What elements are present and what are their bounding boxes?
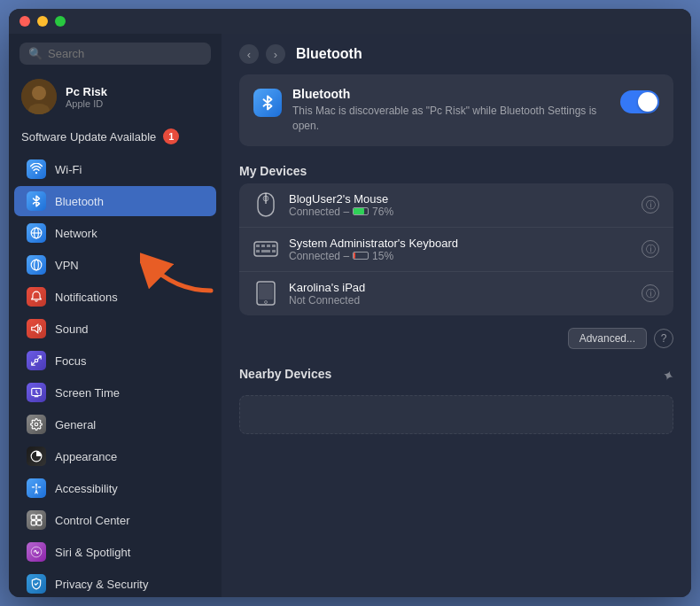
traffic-lights [19,16,66,27]
device-list: BlogUser2's Mouse Connected – [239,183,673,315]
main-window: 🔍 Pc Risk Apple ID So [9,9,691,597]
detail-header: ‹ › Bluetooth [222,34,691,74]
device-info-btn-mouse[interactable]: ⓘ [642,196,659,214]
bluetooth-toggle[interactable] [620,90,659,113]
bluetooth-card-title: Bluetooth [292,87,610,101]
sidebar-label-screentime: Screen Time [55,386,120,400]
siri-icon [27,542,46,562]
sidebar-item-privacy[interactable]: Privacy & Security [14,569,216,597]
network-icon [27,223,46,243]
svg-point-7 [31,260,42,270]
profile-subtitle: Apple ID [66,98,107,109]
back-button[interactable]: ‹ [239,44,259,64]
minimize-button[interactable] [37,16,48,27]
main-content: 🔍 Pc Risk Apple ID So [9,34,691,597]
sound-icon [27,319,46,338]
loading-spinner: ✦ [658,366,677,386]
svg-marker-9 [32,324,38,332]
bluetooth-toggle-row: Bluetooth This Mac is discoverable as "P… [239,74,673,146]
advanced-button[interactable]: Advanced... [568,328,647,349]
profile-name: Pc Risk [66,85,107,98]
svg-rect-24 [263,196,268,201]
svg-rect-31 [261,250,270,252]
sidebar-item-general[interactable]: General [14,409,216,439]
device-info-btn-ipad[interactable]: ⓘ [642,284,659,302]
sidebar-item-focus[interactable]: Focus [14,346,216,376]
detail-panel: ‹ › Bluetooth Bluetooth Th [222,34,691,597]
sidebar-item-vpn[interactable]: VPN [14,250,216,280]
sidebar: 🔍 Pc Risk Apple ID So [9,34,222,597]
device-info-btn-keyboard[interactable]: ⓘ [642,240,659,258]
accessibility-icon [27,478,46,498]
sidebar-item-appearance[interactable]: Appearance [14,441,216,471]
sidebar-label-notifications: Notifications [55,291,118,304]
nearby-placeholder [239,395,673,434]
privacy-icon [27,574,46,594]
profile-section[interactable]: Pc Risk Apple ID [9,74,222,123]
sidebar-label-focus: Focus [55,354,86,368]
forward-button[interactable]: › [266,44,285,64]
update-label: Software Update Available [21,130,156,144]
nearby-devices-section: Nearby Devices ✦ [239,367,673,434]
close-button[interactable] [19,16,30,27]
table-row: System Administrator's Keyboard Connecte… [239,228,673,272]
sidebar-item-accessibility[interactable]: Accessibility [14,473,216,503]
sidebar-label-siri: Siri & Spotlight [55,546,130,559]
sidebar-label-accessibility: Accessibility [55,482,118,495]
device-info-keyboard: System Administrator's Keyboard Connecte… [289,237,631,262]
svg-point-8 [35,260,39,270]
device-name-keyboard: System Administrator's Keyboard [289,237,631,250]
my-devices-label: My Devices [239,164,673,178]
svg-point-1 [32,86,46,100]
sidebar-label-appearance: Appearance [55,450,117,463]
toggle-knob [638,92,657,112]
device-status-keyboard: Connected – 15% [289,250,631,262]
device-info-mouse: BlogUser2's Mouse Connected – [289,192,631,218]
update-badge: 1 [163,128,179,144]
sidebar-label-vpn: VPN [55,259,79,272]
advanced-row: Advanced... ? [239,324,673,349]
svg-rect-28 [267,245,270,247]
svg-point-34 [265,301,268,304]
svg-rect-19 [37,521,42,525]
sidebar-item-siri[interactable]: Siri & Spotlight [14,537,216,567]
sidebar-item-notifications[interactable]: Notifications [14,282,216,312]
avatar [21,79,57,114]
svg-rect-32 [272,250,276,252]
svg-rect-26 [256,245,260,247]
search-input[interactable] [48,47,202,60]
table-row: BlogUser2's Mouse Connected – [239,183,673,228]
detail-title: Bluetooth [296,46,362,62]
sidebar-item-network[interactable]: Network [14,218,216,248]
svg-point-3 [35,172,37,174]
svg-point-13 [35,423,38,426]
my-devices-section: My Devices [239,164,673,349]
svg-rect-18 [31,521,35,525]
wifi-icon [27,159,46,179]
focus-icon [27,351,46,370]
device-name-ipad: Karolina's iPad [289,281,631,294]
sidebar-item-wifi[interactable]: Wi-Fi [14,154,216,184]
nearby-header: Nearby Devices ✦ [239,367,673,386]
detail-body: Bluetooth This Mac is discoverable as "P… [222,74,691,452]
device-status-mouse: Connected – 76% [289,206,631,218]
bluetooth-icon [27,191,46,211]
notifications-icon [27,287,46,307]
software-update-item[interactable]: Software Update Available 1 [9,123,222,153]
svg-rect-27 [261,245,265,247]
general-icon [27,415,46,434]
svg-rect-30 [256,250,260,252]
sidebar-item-bluetooth[interactable]: Bluetooth [14,186,216,216]
controlcenter-icon [27,510,46,530]
sidebar-label-controlcenter: Control Center [55,514,130,527]
svg-rect-16 [31,515,35,519]
profile-info: Pc Risk Apple ID [66,85,107,109]
search-bar[interactable]: 🔍 [19,43,211,65]
help-button[interactable]: ? [654,329,673,348]
search-icon: 🔍 [28,47,43,60]
sidebar-item-sound[interactable]: Sound [14,314,216,344]
sidebar-item-controlcenter[interactable]: Control Center [14,505,216,535]
maximize-button[interactable] [55,16,66,27]
bluetooth-info: Bluetooth This Mac is discoverable as "P… [292,87,610,134]
sidebar-item-screentime[interactable]: Screen Time [14,377,216,408]
